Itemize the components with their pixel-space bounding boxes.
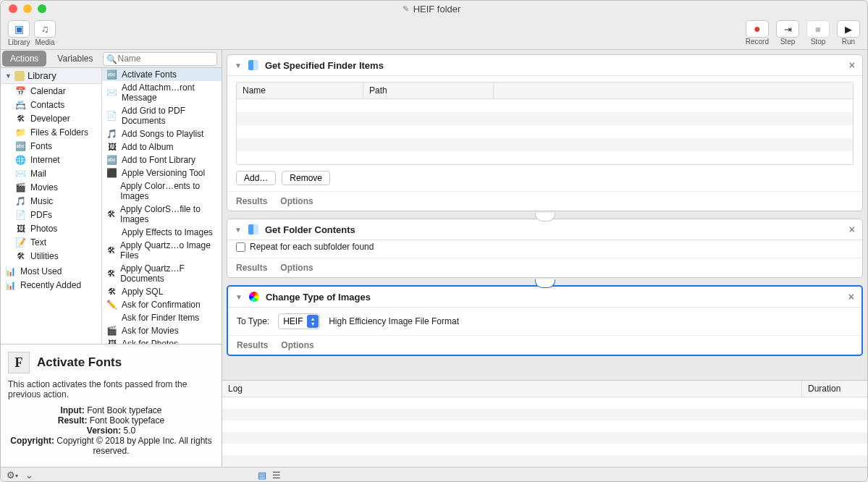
search-icon: 🔍 xyxy=(106,54,117,64)
finder-items-table[interactable]: Name Path xyxy=(236,82,854,165)
library-header[interactable]: ▼ Library xyxy=(1,68,101,84)
step-button[interactable]: ⇥ xyxy=(776,20,799,38)
category-label: PDFs xyxy=(30,210,52,220)
close-icon[interactable]: × xyxy=(849,59,855,71)
action-list-item[interactable]: ✉️Add Attachm…ront Message xyxy=(102,81,222,104)
workflow-action-get-specified-finder-items[interactable]: ▼ Get Specified Finder Items × Name Path xyxy=(227,54,863,211)
action-list-item[interactable]: 🎵Add Songs to Playlist xyxy=(102,127,222,140)
view-flow-icon[interactable]: ▤ xyxy=(258,470,266,481)
action-list-item[interactable]: Apply Color…ents to Images xyxy=(102,179,222,203)
disclosure-icon[interactable]: ▼ xyxy=(235,62,242,69)
remove-button[interactable]: Remove xyxy=(282,171,330,185)
action-icon: 🖼 xyxy=(108,339,117,344)
action-list-item[interactable]: 📄Add Grid to PDF Documents xyxy=(102,104,222,127)
library-item[interactable]: 🛠Utilities xyxy=(1,249,101,263)
gear-menu-icon[interactable]: ⚙︎▾ xyxy=(7,470,18,481)
action-list-item[interactable]: 🛠Apply Quartz…F Documents xyxy=(102,262,222,285)
results-link[interactable]: Results xyxy=(236,196,267,206)
library-item[interactable]: 📝Text xyxy=(1,235,101,249)
action-list-item[interactable]: Ask for Finder Items xyxy=(102,311,222,324)
record-button[interactable]: ● xyxy=(746,20,769,38)
library-item[interactable]: 📅Calendar xyxy=(1,84,101,98)
add-button[interactable]: Add… xyxy=(236,171,276,185)
action-list-item[interactable]: 🛠Apply ColorS…file to Images xyxy=(102,203,222,226)
card1-title: Get Specified Finder Items xyxy=(265,60,384,71)
category-label: Mail xyxy=(30,169,46,179)
disclosure-icon[interactable]: ▼ xyxy=(235,226,242,234)
action-list-item[interactable]: 🛠Apply Quartz…o Image Files xyxy=(102,239,222,262)
tab-actions[interactable]: Actions xyxy=(2,51,46,67)
zoom-window-icon[interactable] xyxy=(38,4,46,13)
action-list-item[interactable]: ✏️Ask for Confirmation xyxy=(102,298,222,311)
library-toggle-button[interactable]: ▣ xyxy=(8,20,30,38)
category-label: Fonts xyxy=(30,141,52,151)
format-description: High Efficiency Image File Format xyxy=(329,316,459,326)
repeat-subfolder-checkbox[interactable] xyxy=(236,242,245,252)
action-label: Activate Fonts xyxy=(122,69,177,80)
action-list-item[interactable]: 🛠Apply SQL xyxy=(102,285,222,298)
minimize-window-icon[interactable] xyxy=(23,4,32,13)
action-icon: 🖼 xyxy=(108,142,117,152)
action-list-item[interactable]: 🖼Add to Album xyxy=(102,140,222,153)
window-title: HEIF folder xyxy=(413,4,461,14)
library-smart-item[interactable]: 📊Recently Added xyxy=(1,278,101,292)
actions-list[interactable]: 🔤Activate Fonts✉️Add Attachm…ront Messag… xyxy=(102,68,222,344)
library-folder-icon xyxy=(14,71,25,81)
library-category-list[interactable]: ▼ Library 📅Calendar📇Contacts🛠Developer📁F… xyxy=(1,68,102,344)
close-icon[interactable]: × xyxy=(849,224,855,235)
disclosure-icon[interactable]: ▼ xyxy=(235,293,243,301)
results-link[interactable]: Results xyxy=(236,263,267,273)
library-item[interactable]: 🔤Fonts xyxy=(1,139,101,153)
library-smart-item[interactable]: 📊Most Used xyxy=(1,264,101,278)
workflow-action-get-folder-contents[interactable]: ▼ Get Folder Contents × Repeat for each … xyxy=(227,219,863,278)
log-col-duration[interactable]: Duration xyxy=(802,381,867,397)
log-col-log[interactable]: Log xyxy=(222,381,802,397)
tab-variables[interactable]: Variables xyxy=(49,51,101,67)
library-item[interactable]: 🎬Movies xyxy=(1,180,101,194)
description-title: Activate Fonts xyxy=(37,355,122,370)
close-window-icon[interactable] xyxy=(9,4,17,13)
col-name[interactable]: Name xyxy=(237,83,363,98)
col-path[interactable]: Path xyxy=(363,83,494,98)
library-item[interactable]: 📁Files & Folders xyxy=(1,125,101,139)
smart-label: Recently Added xyxy=(20,280,81,290)
action-list-item[interactable]: 🔤Activate Fonts xyxy=(102,68,222,81)
action-list-item[interactable]: 🎬Ask for Movies xyxy=(102,324,222,337)
fontbook-icon: F xyxy=(8,352,30,373)
library-item[interactable]: 🖼Photos xyxy=(1,221,101,235)
library-item[interactable]: ✉️Mail xyxy=(1,166,101,180)
action-label: Add to Album xyxy=(122,142,173,152)
finder-icon xyxy=(248,60,258,70)
close-icon[interactable]: × xyxy=(848,291,854,303)
toggle-log-button[interactable]: ⌄ xyxy=(25,470,33,481)
action-list-item[interactable]: Apply Effects to Images xyxy=(102,226,222,239)
stop-button[interactable]: ■ xyxy=(806,20,830,38)
action-icon: ⬛ xyxy=(106,168,117,178)
library-item[interactable]: 🌐Internet xyxy=(1,153,101,166)
media-toggle-button[interactable]: ♫ xyxy=(34,20,56,38)
category-label: Utilities xyxy=(30,251,59,261)
search-input[interactable] xyxy=(103,52,218,66)
workflow-pane: ▼ Get Specified Finder Items × Name Path xyxy=(222,50,867,467)
library-item[interactable]: 📄PDFs xyxy=(1,208,101,221)
view-list-icon[interactable]: ☰ xyxy=(272,470,281,481)
library-item[interactable]: 🛠Developer xyxy=(1,111,101,125)
options-link[interactable]: Options xyxy=(280,263,313,273)
workflow-action-change-type-of-images[interactable]: ▼ Change Type of Images × To Type: HEIF … xyxy=(227,285,863,356)
action-list-item[interactable]: ⬛Apple Versioning Tool xyxy=(102,166,222,179)
action-label: Apply Quartz…o Image Files xyxy=(120,240,217,261)
library-item[interactable]: 🎵Music xyxy=(1,194,101,208)
run-button[interactable]: ▶ xyxy=(837,20,860,38)
results-link[interactable]: Results xyxy=(237,340,268,350)
document-icon: ✎ xyxy=(403,4,409,14)
action-label: Apply Effects to Images xyxy=(122,227,213,237)
action-label: Apple Versioning Tool xyxy=(122,168,205,178)
action-list-item[interactable]: 🖼Ask for Photos xyxy=(102,337,222,344)
media-label: Media xyxy=(34,38,56,46)
action-list-item[interactable]: 🔤Add to Font Library xyxy=(102,153,222,166)
options-link[interactable]: Options xyxy=(280,196,313,206)
category-label: Photos xyxy=(30,224,57,234)
library-item[interactable]: 📇Contacts xyxy=(1,98,101,111)
options-link[interactable]: Options xyxy=(281,340,313,350)
action-icon: 🛠 xyxy=(108,287,117,297)
